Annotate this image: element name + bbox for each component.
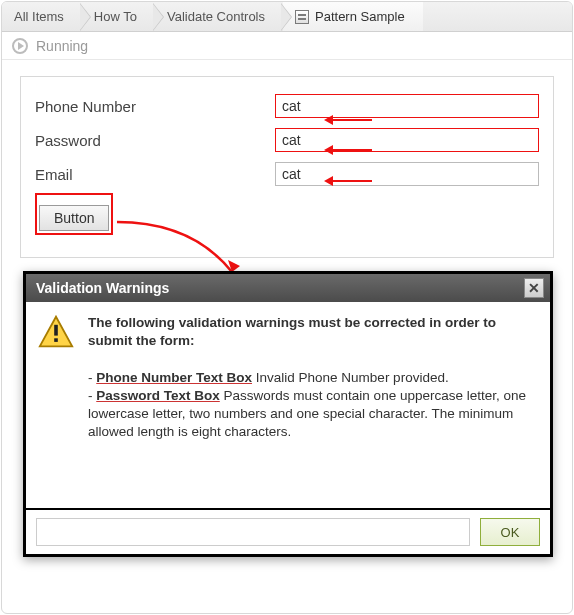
- password-input[interactable]: [275, 128, 539, 152]
- validation-item: - Password Text Box Passwords must conta…: [88, 387, 536, 442]
- annotation-arrow-icon: [332, 180, 372, 182]
- field-label: Email: [35, 166, 275, 183]
- breadcrumb-item-how-to[interactable]: How To: [82, 2, 155, 31]
- svg-rect-1: [54, 325, 58, 336]
- field-row-email: Email: [35, 159, 539, 189]
- close-icon: ✕: [528, 281, 540, 295]
- email-input[interactable]: [275, 162, 539, 186]
- ok-button-label: OK: [501, 525, 520, 540]
- breadcrumb-label: All Items: [14, 9, 64, 24]
- status-label: Running: [36, 38, 88, 54]
- status-bar: Running: [2, 32, 572, 60]
- validation-field-name: Phone Number Text Box: [96, 370, 252, 385]
- field-row-phone: Phone Number: [35, 91, 539, 121]
- ok-button[interactable]: OK: [480, 518, 540, 546]
- breadcrumb-label: How To: [94, 9, 137, 24]
- submit-button-highlight: Button: [35, 193, 113, 235]
- dialog-title: Validation Warnings: [36, 280, 169, 296]
- validation-item: - Phone Number Text Box Invalid Phone Nu…: [88, 369, 536, 387]
- dialog-lead: The following validation warnings must b…: [88, 314, 536, 350]
- annotation-arrow-icon: [332, 119, 372, 121]
- field-row-password: Password: [35, 125, 539, 155]
- dialog-footer-input[interactable]: [36, 518, 470, 546]
- validation-dialog: Validation Warnings ✕ The following vali…: [23, 271, 553, 557]
- dialog-text: The following validation warnings must b…: [88, 314, 536, 498]
- submit-button[interactable]: Button: [39, 205, 109, 231]
- play-icon: [12, 38, 28, 54]
- form-icon: [295, 10, 309, 24]
- field-label: Password: [35, 132, 275, 149]
- breadcrumb: All Items How To Validate Controls Patte…: [2, 2, 572, 32]
- annotation-arrow-icon: [332, 149, 372, 151]
- dialog-titlebar: Validation Warnings ✕: [26, 274, 550, 302]
- form-panel: Phone Number Password Email Button: [20, 76, 554, 258]
- breadcrumb-item-all-items[interactable]: All Items: [2, 2, 82, 31]
- breadcrumb-item-pattern-sample[interactable]: Pattern Sample: [283, 2, 423, 31]
- validation-field-name: Password Text Box: [96, 388, 220, 403]
- breadcrumb-label: Validate Controls: [167, 9, 265, 24]
- app-window: All Items How To Validate Controls Patte…: [1, 1, 573, 614]
- breadcrumb-label: Pattern Sample: [315, 9, 405, 24]
- svg-rect-2: [54, 338, 58, 342]
- dialog-body: The following validation warnings must b…: [26, 302, 550, 510]
- breadcrumb-item-validate-controls[interactable]: Validate Controls: [155, 2, 283, 31]
- close-button[interactable]: ✕: [524, 278, 544, 298]
- phone-input[interactable]: [275, 94, 539, 118]
- warning-icon: [38, 314, 74, 498]
- validation-message: Invalid Phone Number provided.: [256, 370, 449, 385]
- dialog-footer: OK: [26, 510, 550, 554]
- field-label: Phone Number: [35, 98, 275, 115]
